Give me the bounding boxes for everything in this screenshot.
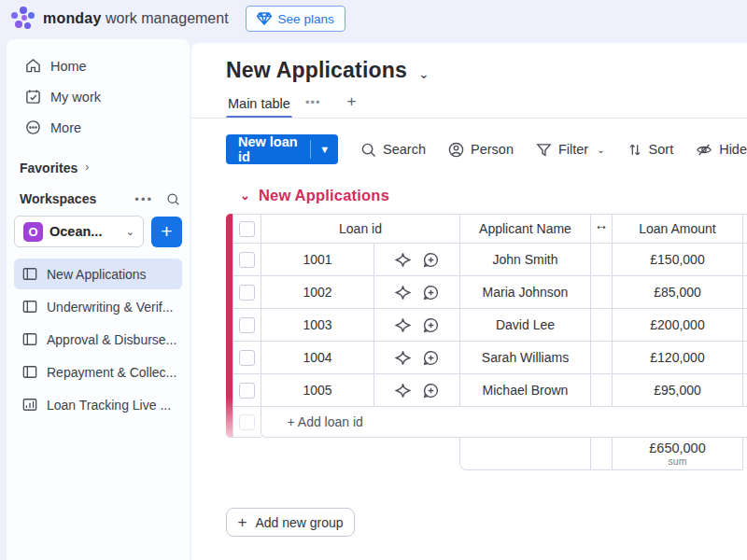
select-all-checkbox[interactable]	[239, 221, 255, 237]
home-icon	[25, 58, 41, 74]
summary-empty-cell	[459, 438, 590, 470]
row-checkbox[interactable]	[239, 350, 255, 366]
workspaces-menu-icon[interactable]: •••	[134, 192, 153, 206]
dashboard-chart-icon	[22, 398, 37, 412]
loan-id-cell[interactable]: 1002	[261, 276, 374, 309]
eye-slash-icon	[696, 142, 712, 158]
row-checkbox[interactable]	[239, 317, 255, 333]
loan-amount-cell[interactable]: £85,000	[612, 276, 742, 309]
table-row: 1003 David Lee £200,000	[226, 309, 747, 342]
sidebar-favorites[interactable]: Favorites ›	[14, 143, 182, 180]
new-loan-id-button[interactable]: New loan id ▼	[226, 134, 338, 164]
column-header-applicant-name[interactable]: Applicant Name	[459, 214, 590, 244]
board-icon	[22, 300, 37, 314]
board-icon	[22, 365, 37, 379]
chevron-down-icon: ⌄	[126, 226, 134, 238]
tabs-bar: Main table ••• +	[226, 91, 747, 119]
applicant-name-cell[interactable]: David Lee	[459, 309, 590, 342]
plus-icon: +	[237, 513, 247, 532]
gem-icon	[257, 12, 272, 25]
add-update-bubble-icon[interactable]	[423, 350, 439, 366]
monday-logo-icon	[11, 7, 35, 31]
filter-button[interactable]: Filter ⌄	[536, 142, 605, 158]
group-collapse-icon[interactable]: ⌄	[240, 189, 250, 203]
column-gap[interactable]: ↔	[590, 214, 612, 244]
add-update-bubble-icon[interactable]	[423, 383, 439, 399]
applicant-name-cell[interactable]: Sarah Williams	[459, 342, 590, 374]
add-update-bubble-icon[interactable]	[423, 285, 439, 301]
person-icon	[448, 142, 464, 158]
ai-sparkle-icon[interactable]	[395, 285, 411, 301]
add-item-row[interactable]: + Add loan id	[226, 407, 747, 438]
add-view-tab-button[interactable]: +	[334, 92, 362, 119]
loan-id-cell[interactable]: 1005	[261, 374, 374, 407]
column-header-loan-id[interactable]: Loan id	[261, 214, 459, 244]
see-plans-button[interactable]: See plans	[246, 6, 345, 32]
add-new-group-button[interactable]: + Add new group	[226, 508, 355, 537]
workspace-selector[interactable]: O Ocean... ⌄	[14, 216, 144, 247]
sidebar-item-home[interactable]: Home	[14, 50, 182, 81]
row-checkbox[interactable]	[239, 252, 255, 268]
sidebar-item-my-work[interactable]: My work	[14, 81, 182, 112]
column-header-loan-amount[interactable]: Loan Amount	[612, 214, 742, 244]
ai-sparkle-icon[interactable]	[395, 252, 411, 268]
board-title-chevron-icon[interactable]: ⌄	[418, 66, 430, 81]
loan-amount-cell[interactable]: £95,000	[612, 374, 742, 407]
loan-amount-cell[interactable]: £200,000	[612, 309, 742, 342]
sidebar-board-loan-tracking[interactable]: Loan Tracking Live ...	[14, 389, 182, 420]
sidebar-board-underwriting[interactable]: Underwriting & Verif...	[14, 291, 182, 322]
search-icon	[360, 142, 376, 158]
loan-id-cell[interactable]: 1001	[261, 244, 374, 276]
row-checkbox[interactable]	[239, 383, 255, 399]
item-actions-cell	[374, 309, 459, 342]
add-update-bubble-icon[interactable]	[423, 252, 439, 268]
sidebar-board-repayment[interactable]: Repayment & Collec...	[14, 357, 182, 387]
add-update-bubble-icon[interactable]	[423, 317, 439, 333]
table-row: 1002 Maria Johnson £85,000	[226, 276, 747, 309]
hide-button[interactable]: Hide	[696, 142, 747, 158]
add-workspace-item-button[interactable]: +	[151, 217, 182, 247]
applicant-name-cell[interactable]: Maria Johnson	[459, 276, 590, 309]
sidebar-item-more[interactable]: More	[14, 112, 182, 143]
board-table: Loan id Applicant Name ↔ Loan Amount 100…	[226, 214, 747, 470]
more-circle-icon	[25, 119, 41, 135]
person-filter-button[interactable]: Person	[448, 142, 514, 158]
top-bar: monday work management See plans	[0, 0, 747, 37]
loan-amount-cell[interactable]: £150,000	[612, 244, 742, 276]
loan-amount-summary[interactable]: £650,000 sum	[612, 438, 742, 470]
board-icon	[22, 267, 37, 281]
workspaces-search-icon[interactable]	[166, 192, 180, 206]
ai-sparkle-icon[interactable]	[395, 317, 411, 333]
filter-funnel-icon	[536, 142, 552, 158]
loan-id-cell[interactable]: 1003	[261, 309, 374, 342]
sidebar: Home My work More Favorites › Workspaces…	[7, 39, 190, 560]
calendar-check-icon	[25, 89, 41, 105]
item-actions-cell	[374, 276, 459, 309]
board-title[interactable]: New Applications	[226, 58, 407, 83]
tab-options-icon[interactable]: •••	[305, 95, 321, 119]
applicant-name-cell[interactable]: Michael Brown	[459, 374, 590, 407]
sort-arrows-icon	[627, 142, 642, 158]
sidebar-workspaces-header: Workspaces •••	[14, 180, 182, 214]
tab-main-table[interactable]: Main table	[226, 91, 292, 119]
sort-button[interactable]: Sort	[627, 142, 674, 158]
column-summary-row: £650,000 sum	[459, 438, 747, 470]
ai-sparkle-icon[interactable]	[395, 350, 411, 366]
chevron-right-icon: ›	[85, 161, 89, 174]
row-checkbox[interactable]	[239, 285, 255, 301]
ai-sparkle-icon[interactable]	[395, 383, 411, 399]
sidebar-board-new-applications[interactable]: New Applications	[14, 259, 182, 289]
applicant-name-cell[interactable]: John Smith	[459, 244, 590, 276]
table-row: 1005 Michael Brown £95,000	[226, 374, 747, 407]
add-loan-id-button[interactable]: + Add loan id	[261, 407, 747, 438]
loan-id-cell[interactable]: 1004	[261, 342, 374, 374]
sidebar-board-approval[interactable]: Approval & Disburse...	[14, 324, 182, 355]
item-actions-cell	[374, 342, 459, 374]
filter-dropdown-icon[interactable]: ⌄	[597, 145, 604, 155]
group-title[interactable]: New Applications	[259, 187, 389, 204]
main-content: New Applications ⌄ Main table ••• + New …	[191, 43, 747, 560]
table-header-row: Loan id Applicant Name ↔ Loan Amount	[226, 214, 747, 244]
search-button[interactable]: Search	[360, 142, 426, 158]
new-item-dropdown-icon[interactable]: ▼	[311, 134, 338, 164]
loan-amount-cell[interactable]: £120,000	[612, 342, 742, 374]
